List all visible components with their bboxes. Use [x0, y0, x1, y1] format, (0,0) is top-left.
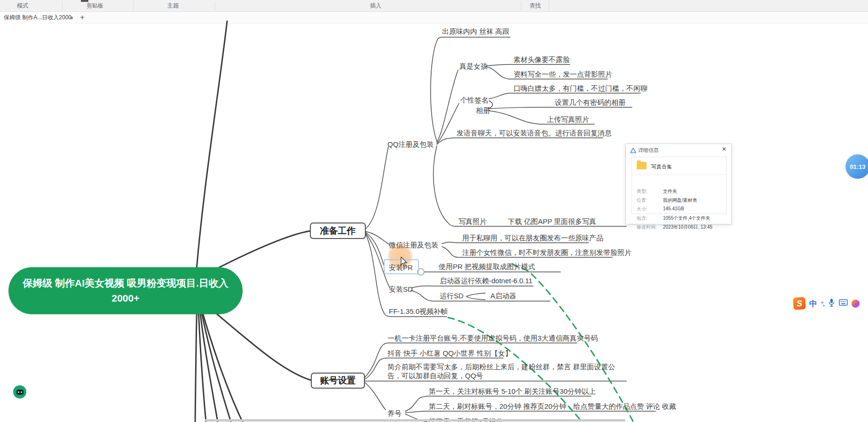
topic-node-14[interactable]: 微信注册及包装 — [389, 240, 438, 249]
field-type: 类型: 文件夹 — [637, 188, 724, 195]
field-value: 我的网盘/素材类 — [663, 197, 697, 204]
field-modified: 修改时间: 2023年10月06日, 13:45 — [637, 224, 724, 231]
mouse-cursor-icon — [401, 257, 410, 269]
sogou-logo-icon[interactable]: S — [793, 297, 806, 310]
topic-node-1[interactable]: 出原味内内 丝袜 高跟 — [442, 27, 509, 36]
field-location: 位置: 我的网盘/素材类 — [637, 197, 724, 204]
topic-node-10[interactable]: 发语音聊天，可以安装语音包。进行语音回复消息 — [457, 128, 612, 137]
close-icon[interactable]: ✕ — [720, 145, 728, 153]
folder-icon — [637, 162, 647, 169]
keyboard-icon[interactable] — [839, 299, 848, 308]
cloud-drive-logo-icon — [630, 147, 636, 155]
topic-node-19[interactable]: 安装SD — [389, 285, 413, 294]
recording-timer-button[interactable]: 01:13 — [844, 152, 868, 181]
mindmap-connectors — [0, 0, 868, 422]
topic-node-6[interactable]: 口嗨白嫖太多，有门槛，不过门槛，不闲聊 — [513, 84, 647, 93]
topic-node-8[interactable]: 设置几个有密码的相册 — [555, 98, 625, 107]
field-contains: 包含: 1055个文件,4个文件夹 — [637, 215, 724, 222]
topic-node-24[interactable]: 一机一卡注册平台账号,不要使用虚拟号码，使用3大通信商真实号码 — [387, 334, 598, 342]
branch-node-preparation[interactable]: 准备工作 — [310, 223, 366, 239]
topic-node-21[interactable]: 运行SD — [440, 291, 464, 300]
topic-node-27[interactable]: 养号 — [387, 409, 402, 418]
topic-node-11[interactable]: QQ注册及包装 — [387, 140, 434, 149]
horizontal-scrollbar[interactable] — [205, 419, 625, 422]
ime-toolbox-icon[interactable] — [852, 300, 860, 308]
popup-header[interactable]: 详细信息 ✕ — [626, 144, 731, 155]
topic-node-29[interactable]: 第二天，刷对标账号，20分钟 推荐页20分钟，给点赞量大的作品点赞 评论 收藏 — [429, 402, 676, 411]
microphone-icon[interactable] — [828, 298, 835, 309]
field-label: 位置: — [637, 198, 647, 203]
field-label: 修改时间: — [637, 224, 657, 230]
topic-node-5[interactable]: 个性签名 — [460, 96, 489, 104]
topic-node-22[interactable]: A启动器 — [490, 291, 516, 300]
mindmap-app-window: 模式 剪贴板 主题 插入 查找 保姆级 制作A...日收入2000 + — [0, 0, 868, 422]
topic-node-15[interactable]: 用于私聊用，可以在朋友圈发布一些原味产品 — [462, 233, 603, 242]
topic-node-20[interactable]: 启动器运行依赖-dotnet-6.0.11 — [440, 276, 532, 285]
robot-face-icon — [16, 390, 24, 395]
ime-punctuation-icon[interactable]: °, — [821, 300, 824, 307]
topic-node-3[interactable]: 素材头像要不露脸 — [513, 55, 570, 64]
field-value: 2023年10月06日, 13:45 — [663, 224, 712, 231]
ime-language-mode[interactable]: 中 — [809, 298, 817, 309]
topic-node-23[interactable]: FF-1.35.0视频补帧 — [389, 307, 448, 316]
field-value: 1055个文件,4个文件夹 — [663, 215, 710, 222]
topic-node-4[interactable]: 资料写全一些，发一点背影照片 — [513, 70, 612, 79]
topic-node-12[interactable]: 写真照片 — [458, 217, 487, 226]
topic-node-28[interactable]: 第一天，关注对标账号 5-10个 刷关注账号30分钟以上 — [429, 387, 596, 396]
topic-node-13[interactable]: 下载 亿图APP 里面很多写真 — [508, 217, 596, 226]
file-details-popup: 详细信息 ✕ 写真合集 类型: 文件夹 位置: 我的网盘/素材类 大小: 145… — [625, 143, 732, 224]
file-info-card: 写真合集 类型: 文件夹 位置: 我的网盘/素材类 大小: 145.41GB 包… — [631, 157, 726, 214]
field-value: 文件夹 — [663, 188, 677, 195]
topic-node-2[interactable]: 真是女孩 — [459, 62, 488, 71]
branch-node-account-setup[interactable]: 账号设置 — [311, 373, 365, 389]
file-name: 写真合集 — [651, 163, 672, 170]
ime-toolbar: S 中 °, — [793, 296, 867, 311]
topic-node-18[interactable]: 使用PR 把视频提取成图片模式 — [439, 262, 535, 271]
field-label: 包含: — [637, 215, 647, 221]
root-node[interactable]: 保姆级 制作AI美女视频 吸男粉变现项目.日收入2000+ — [8, 267, 243, 314]
popup-title: 详细信息 — [638, 147, 659, 154]
assistant-robot-button[interactable] — [13, 385, 26, 398]
topic-node-7[interactable]: 相册 — [476, 106, 490, 115]
field-label: 大小: — [637, 207, 647, 212]
file-row: 写真合集 — [632, 157, 726, 175]
topic-node-25[interactable]: 抖音 快手 小红薯 QQ小世界 性别【女】 — [387, 349, 512, 358]
field-label: 类型: — [637, 189, 647, 194]
field-value: 145.41GB — [663, 206, 684, 211]
field-size: 大小: 145.41GB — [637, 206, 724, 213]
topic-node-9[interactable]: 上传写真照片 — [547, 115, 589, 124]
timer-value: 01:13 — [845, 154, 868, 179]
topic-node-26[interactable]: 简介前期不需要写太多，后期粉丝上来后，建粉丝群，禁言 群里面设置公告，可以加群自… — [387, 362, 627, 380]
topic-node-16[interactable]: 注册个女性微信，时不时发朋友圈，注意别发带脸照片 — [462, 248, 631, 257]
